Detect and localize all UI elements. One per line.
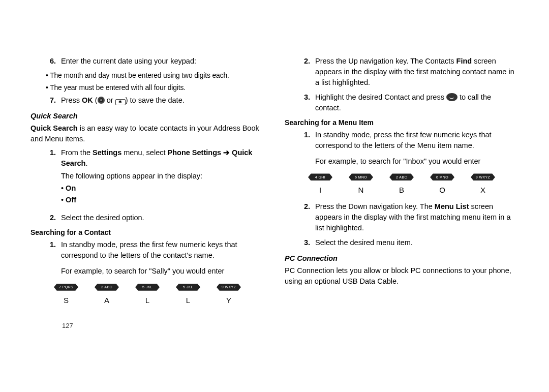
line1: In standby mode, press the first few num…	[315, 130, 518, 151]
searching-contact-heading: Searching for a Contact	[30, 228, 264, 236]
menu-step-2: 2. Press the Down navigation key. The Me…	[300, 201, 518, 233]
line2: For example, to search for "Inbox" you w…	[315, 156, 518, 166]
lead: Quick Search	[30, 124, 78, 132]
line2: For example, to search for "Sally" you w…	[61, 266, 264, 276]
b: Find	[456, 57, 472, 65]
keycap-icon: 2 ABC	[389, 173, 414, 180]
step-num: 2.	[300, 201, 315, 233]
option-on: On	[61, 183, 264, 194]
text: menu, select	[121, 148, 167, 157]
text: From the	[61, 148, 93, 157]
step-num: 6.	[46, 56, 61, 67]
qs-step-1: 1. From the Settings menu, select Phone …	[46, 147, 264, 208]
step-6: 6. Enter the current date using your key…	[46, 56, 264, 67]
keypad-row-sally: 7 PQRS 2 ABC 5 JKL 5 JKL 9 WXYZ	[46, 284, 249, 291]
quick-search-intro: Quick Search is an easy way to locate co…	[30, 123, 264, 144]
letter: N	[349, 186, 373, 194]
line1: In standby mode, press the first few num…	[61, 239, 264, 261]
keycap-icon: 4 GHI	[308, 173, 332, 180]
pc-connection-heading: PC Connection	[285, 254, 518, 262]
letter: A	[95, 296, 119, 305]
left-column: 6. Enter the current date using your key…	[30, 56, 264, 329]
step-num: 1.	[46, 239, 61, 276]
text: Press	[61, 96, 82, 104]
step-num: 1.	[46, 147, 61, 208]
letter-row-inbox: I N B O X	[300, 186, 503, 194]
step-num: 3.	[300, 237, 315, 248]
ok-label: OK	[82, 96, 93, 104]
text: (	[93, 96, 98, 104]
step-num: 2.	[46, 213, 61, 223]
keycap-icon: 9 WXYZ	[217, 284, 241, 291]
letter: S	[54, 296, 78, 305]
step-body: From the Settings menu, select Phone Set…	[61, 147, 264, 208]
letter-row-sally: S A L L Y	[46, 296, 249, 305]
keycap-icon: 2 ABC	[95, 284, 119, 291]
step-body: Select the desired option.	[61, 213, 264, 223]
step-body: Enter the current date using your keypad…	[61, 56, 264, 67]
step-body: Highlight the desired Contact and press …	[315, 92, 518, 113]
b: Menu List	[435, 202, 469, 210]
step-body: In standby mode, press the first few num…	[61, 239, 264, 276]
keycap-icon: 6 MNO	[430, 173, 454, 180]
step-body: Press the Up navigation key. The Contact…	[315, 56, 518, 88]
letter: L	[135, 296, 160, 305]
options: On Off	[61, 183, 264, 205]
contact-step-1: 1. In standby mode, press the first few …	[46, 239, 264, 276]
contact-step-3: 3. Highlight the desired Contact and pre…	[300, 92, 518, 113]
step-7: 7. Press OK ( or ✱) to save the date.	[46, 95, 264, 106]
menu-step-3: 3. Select the desired menu item.	[300, 237, 518, 248]
text: Highlight the desired Contact and press	[315, 93, 446, 101]
ok-key-icon: ✱	[115, 99, 126, 105]
letter: Y	[217, 296, 241, 305]
option-off: Off	[61, 195, 264, 205]
text: or	[105, 96, 115, 104]
step-body: Press the Down navigation key. The Menu …	[315, 201, 518, 233]
step-body: In standby mode, press the first few num…	[315, 130, 518, 166]
keycap-icon: 5 JKL	[135, 284, 160, 291]
followup: The following options appear in the disp…	[61, 171, 264, 181]
text: to save the date.	[128, 96, 185, 104]
center-key-icon	[98, 97, 105, 104]
keycap-icon: 6 MNO	[349, 173, 373, 180]
b: Settings	[93, 148, 121, 157]
right-column: 2. Press the Up navigation key. The Cont…	[285, 56, 518, 329]
contact-step-2: 2. Press the Up navigation key. The Cont…	[300, 56, 518, 88]
letter: B	[389, 186, 414, 194]
menu-step-1: 1. In standby mode, press the first few …	[300, 130, 518, 166]
keycap-icon: 5 JKL	[176, 284, 200, 291]
letter: I	[308, 186, 332, 194]
pc-connection-para: PC Connection lets you allow or block PC…	[285, 265, 518, 287]
keycap-icon: 7 PQRS	[54, 284, 78, 291]
step-num: 7.	[46, 95, 61, 106]
step-body: Press OK ( or ✱) to save the date.	[61, 95, 264, 106]
call-key-icon	[446, 93, 458, 101]
qs-step-2: 2. Select the desired option.	[46, 213, 264, 223]
keycap-icon: 9 WXYZ	[471, 173, 495, 180]
step-body: Select the desired menu item.	[315, 237, 518, 248]
text: .	[85, 159, 87, 167]
keypad-row-inbox: 4 GHI 6 MNO 2 ABC 6 MNO 9 WXYZ	[300, 173, 503, 180]
letter: L	[176, 296, 200, 305]
text: Press the Down navigation key. The	[315, 202, 435, 210]
step-num: 1.	[300, 130, 315, 166]
letter: O	[430, 186, 454, 194]
text: Press the Up navigation key. The Contact…	[315, 57, 456, 65]
step-num: 3.	[300, 92, 315, 113]
searching-menu-heading: Searching for a Menu Item	[285, 118, 518, 127]
letter: X	[471, 186, 495, 194]
step-num: 2.	[300, 56, 315, 88]
step-6-sub1: The month and day must be entered using …	[46, 71, 264, 81]
page-number: 127	[62, 322, 264, 329]
quick-search-heading: Quick Search	[30, 112, 264, 120]
step-6-sub2: The year must be entered with all four d…	[46, 83, 264, 93]
